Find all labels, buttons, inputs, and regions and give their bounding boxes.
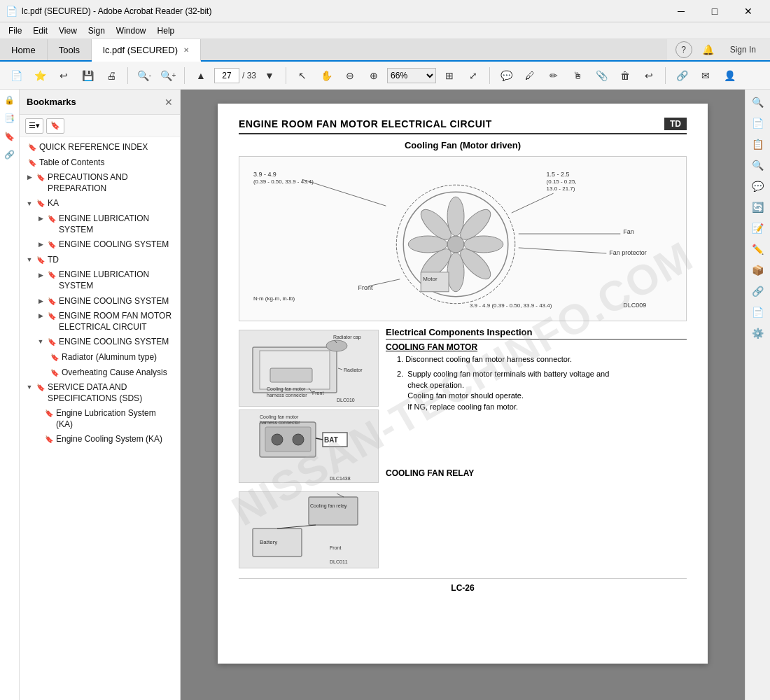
bookmark-td-overheat[interactable]: 🔖 Overheating Cause Analysis [20, 365, 180, 381]
bookmark-td-cooling-system[interactable]: ▼ 🔖 ENGINE COOLING SYSTEM [20, 335, 180, 350]
svg-text:DLC010: DLC010 [337, 398, 355, 402]
bookmark-quick-ref[interactable]: 🔖 QUICK REFERENCE INDEX [20, 140, 180, 155]
comment-button[interactable]: 💬 [496, 65, 517, 86]
tab-tools[interactable]: Tools [48, 39, 92, 60]
right-fill-sign-button[interactable]: 🔄 [748, 197, 768, 217]
select-tool-button[interactable]: ↖ [292, 65, 313, 86]
bookmark-ka[interactable]: ▼ 🔖 KA [20, 196, 180, 211]
full-screen-button[interactable]: ⤢ [463, 65, 484, 86]
bookmark-ka-cool-label: ENGINE COOLING SYSTEM [59, 239, 169, 251]
bookmark-toc-marker: 🔖 [28, 158, 36, 167]
expand-precautions-icon[interactable]: ▶ [25, 174, 34, 182]
notifications-button[interactable]: 🔔 [698, 39, 719, 60]
right-pages-button[interactable]: 📄 [748, 113, 768, 133]
pages-icon-btn[interactable]: 📑 [2, 111, 18, 126]
bookmark-sds-cooling[interactable]: 🔖 Engine Cooling System (KA) [20, 432, 180, 447]
bookmark-toc[interactable]: 🔖 Table of Contents [20, 155, 180, 171]
tab-close-icon[interactable]: ✕ [183, 46, 189, 54]
bookmark-td-cooling[interactable]: ▶ 🔖 ENGINE COOLING SYSTEM [20, 294, 180, 309]
right-export-button[interactable]: 📝 [748, 218, 768, 238]
print-button[interactable]: 🖨 [101, 65, 122, 86]
right-enhance-button[interactable]: 🔍 [748, 155, 768, 175]
prev-page-button[interactable]: ▲ [190, 65, 211, 86]
save-button[interactable]: 💾 [77, 65, 98, 86]
bookmarks-icon-btn[interactable]: 🔖 [2, 129, 18, 144]
sidebar-header: Bookmarks ✕ [20, 90, 180, 115]
menu-help[interactable]: Help [152, 24, 181, 37]
right-send-button[interactable]: 📄 [748, 302, 768, 322]
zoom-out-button[interactable]: 🔍- [134, 65, 155, 86]
maximize-button[interactable]: □ [699, 0, 731, 22]
sidebar-close-button[interactable]: ✕ [164, 97, 173, 108]
expand-sds-icon[interactable]: ▼ [25, 384, 34, 392]
right-zoom-button[interactable]: 🔍 [748, 92, 768, 112]
bookmark-ka-lubrication[interactable]: ▶ 🔖 ENGINE LUBRICATION SYSTEM [20, 211, 180, 237]
new-file-button[interactable]: 📄 [6, 65, 27, 86]
expand-td-lub-icon[interactable]: ▶ [36, 271, 45, 279]
cooling-fan-step-1: 1. Disconnect cooling fan motor harness … [397, 354, 687, 365]
bookmark-precautions[interactable]: ▶ 🔖 PRECAUTIONS AND PREPARATION [20, 170, 180, 196]
bookmark-sds[interactable]: ▼ 🔖 SERVICE DATA AND SPECIFICATIONS (SDS… [20, 380, 180, 406]
right-comment-button[interactable]: 💬 [748, 176, 768, 196]
right-organize-button[interactable]: 📋 [748, 134, 768, 154]
bookmark-td[interactable]: ▼ 🔖 TD [20, 253, 180, 268]
expand-td-icon[interactable]: ▼ [25, 256, 34, 265]
lock-icon-btn[interactable]: 🔒 [2, 92, 18, 108]
expand-td-fan-icon[interactable]: ▶ [36, 312, 45, 321]
bookmark-td-fan-motor[interactable]: ▶ 🔖 ENGINE ROOM FAN MOTOR ELECTRICAL CIR… [20, 309, 180, 335]
close-button[interactable]: ✕ [732, 0, 764, 22]
undo-button[interactable]: ↩ [638, 65, 659, 86]
page-badge: TD [664, 118, 687, 130]
attach-button[interactable]: 📎 [591, 65, 612, 86]
bookmark-marker-icon: 🔖 [28, 143, 36, 151]
stamp-button[interactable]: 🖱 [567, 65, 588, 86]
pdf-content-area[interactable]: NISSAN-TECHINFO.COM ENGINE ROOM FAN MOTO… [181, 90, 745, 700]
signin-button[interactable]: Sign In [724, 39, 762, 60]
zoom-plus-button[interactable]: ⊕ [363, 65, 384, 86]
next-page-button[interactable]: ▼ [259, 65, 280, 86]
expand-ka-cool-icon[interactable]: ▶ [36, 241, 45, 249]
tab-home[interactable]: Home [0, 39, 48, 60]
menu-file[interactable]: File [3, 24, 27, 37]
expand-td-cool-icon[interactable]: ▶ [36, 298, 45, 306]
page-number-input[interactable]: 27 [214, 68, 239, 83]
share-button[interactable]: 👤 [719, 65, 740, 86]
expand-td-cool-sys-icon[interactable]: ▼ [36, 338, 45, 346]
menu-sign[interactable]: Sign [83, 24, 111, 37]
tab-pdf[interactable]: lc.pdf (SECURED) ✕ [92, 39, 201, 62]
menu-view[interactable]: View [53, 24, 83, 37]
bookmark-ka-cooling[interactable]: ▶ 🔖 ENGINE COOLING SYSTEM [20, 237, 180, 253]
svg-text:Battery: Battery [260, 539, 277, 545]
sidebar-tool-list[interactable]: ☰▾ [25, 118, 43, 134]
expand-ka-icon[interactable]: ▼ [25, 200, 34, 208]
right-action-wizard-button[interactable]: 📦 [748, 260, 768, 280]
delete-button[interactable]: 🗑 [615, 65, 636, 86]
link-button[interactable]: 🔗 [671, 65, 692, 86]
sidebar-tool-bookmark[interactable]: 🔖 [46, 118, 64, 134]
expand-ka-lub-icon[interactable]: ▶ [36, 215, 45, 223]
email-button[interactable]: ✉ [695, 65, 716, 86]
right-compare-button[interactable]: 🔗 [748, 281, 768, 301]
help-button[interactable]: ? [676, 41, 692, 58]
links-icon-btn[interactable]: 🔗 [2, 147, 18, 162]
menu-edit[interactable]: Edit [27, 24, 53, 37]
right-accessibility-button[interactable]: ✏️ [748, 239, 768, 259]
minimize-button[interactable]: ─ [665, 0, 697, 22]
zoom-in-button[interactable]: 🔍+ [158, 65, 178, 86]
hand-tool-button[interactable]: ✋ [316, 65, 337, 86]
right-tools-button[interactable]: ⚙️ [748, 323, 768, 343]
draw-button[interactable]: ✏ [543, 65, 564, 86]
highlight-button[interactable]: 🖊 [519, 65, 540, 86]
zoom-select[interactable]: 66% 75% 100% 125% 150% [387, 68, 436, 83]
bookmark-sds-lubrication[interactable]: 🔖 Engine Lubrication System (KA) [20, 406, 180, 432]
cooling-fan-relay-title: COOLING FAN RELAY [386, 468, 687, 478]
open-button[interactable]: ↩ [53, 65, 74, 86]
cooling-fan-motor-title: COOLING FAN MOTOR [386, 342, 687, 352]
bookmark-td-radiator[interactable]: 🔖 Radiator (Aluminum type) [20, 350, 180, 365]
view-mode-button[interactable]: ⊞ [439, 65, 460, 86]
bookmark-button[interactable]: ⭐ [29, 65, 50, 86]
zoom-minus-button[interactable]: ⊖ [340, 65, 360, 86]
bookmark-sds-marker: 🔖 [36, 383, 45, 391]
bookmark-td-lubrication[interactable]: ▶ 🔖 ENGINE LUBRICATION SYSTEM [20, 267, 180, 293]
menu-window[interactable]: Window [111, 24, 152, 37]
